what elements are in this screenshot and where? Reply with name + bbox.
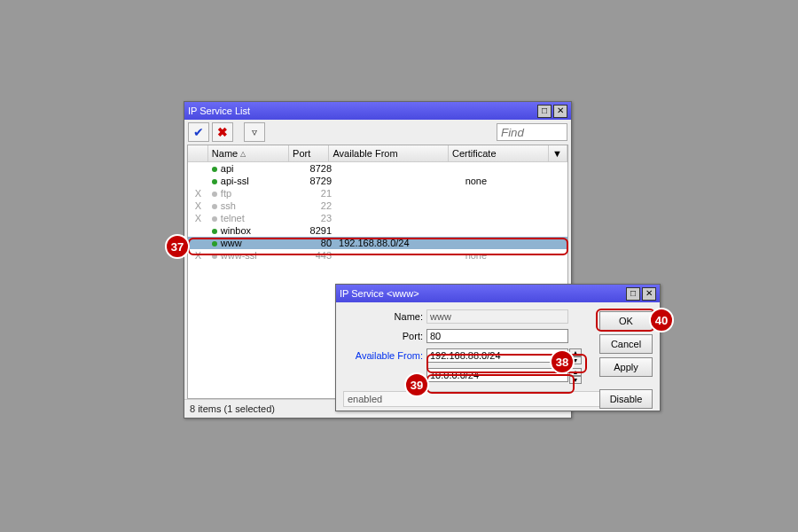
check-icon: ✔ bbox=[193, 125, 204, 139]
status-dot-icon bbox=[212, 241, 217, 246]
find-input[interactable] bbox=[497, 123, 567, 141]
row-flag: X bbox=[188, 213, 208, 223]
funnel-icon: ▿ bbox=[252, 126, 257, 138]
table-row[interactable]: Xftp21 bbox=[188, 187, 567, 200]
available-from-field-1[interactable]: 192.168.88.0/24 bbox=[426, 348, 568, 363]
callout-37: 37 bbox=[165, 234, 190, 259]
col-name[interactable]: Name△ bbox=[208, 145, 289, 161]
row-flag: X bbox=[188, 188, 208, 199]
available-from-field-2[interactable]: 10.0.0.0/24 bbox=[426, 368, 568, 382]
row-name: ftp bbox=[208, 188, 293, 199]
table-row[interactable]: api-ssl8729none bbox=[188, 175, 567, 187]
detail-title: IP Service <www> bbox=[340, 288, 419, 299]
row-name: telnet bbox=[208, 213, 293, 223]
port-field[interactable]: 80 bbox=[426, 329, 568, 343]
table-row[interactable]: Xtelnet23 bbox=[188, 212, 567, 224]
row-port: 8728 bbox=[293, 163, 335, 174]
callout-38: 38 bbox=[550, 349, 575, 374]
row-name: api bbox=[208, 163, 293, 174]
status-dot-icon bbox=[212, 254, 217, 259]
port-label: Port: bbox=[343, 331, 426, 341]
row-port: 8729 bbox=[293, 176, 335, 186]
detail-close-button[interactable]: ✕ bbox=[642, 287, 656, 301]
status-dot-icon bbox=[212, 167, 217, 172]
table-row[interactable]: api8728 bbox=[188, 162, 567, 175]
col-cert[interactable]: Certificate bbox=[449, 145, 549, 161]
status-dot-icon bbox=[212, 204, 217, 209]
detail-maximize-button[interactable]: □ bbox=[626, 287, 640, 301]
row-flag: X bbox=[188, 200, 208, 211]
callout-39: 39 bbox=[404, 372, 429, 397]
col-dropdown[interactable]: ▼ bbox=[549, 145, 567, 161]
row-flag: X bbox=[188, 250, 208, 261]
x-icon: ✖ bbox=[217, 125, 228, 139]
list-title: IP Service List bbox=[188, 106, 250, 116]
table-row[interactable]: Xwww-ssl443none bbox=[188, 249, 567, 262]
table-row[interactable]: winbox8291 bbox=[188, 224, 567, 237]
apply-button[interactable]: Apply bbox=[599, 357, 653, 377]
ok-button[interactable]: OK bbox=[599, 311, 653, 331]
row-name: api-ssl bbox=[208, 176, 293, 186]
detail-titlebar[interactable]: IP Service <www> □ ✕ bbox=[336, 285, 660, 302]
enable-button[interactable]: ✔ bbox=[188, 122, 209, 142]
list-titlebar[interactable]: IP Service List □ ✕ bbox=[184, 102, 571, 120]
list-maximize-button[interactable]: □ bbox=[537, 105, 552, 118]
available-from-label: Available From: bbox=[343, 350, 426, 361]
status-dot-icon bbox=[212, 192, 217, 197]
row-name: winbox bbox=[208, 225, 293, 236]
row-cert: none bbox=[462, 176, 567, 186]
row-port: 443 bbox=[293, 250, 335, 261]
status-dot-icon bbox=[212, 179, 217, 184]
row-name: www-ssl bbox=[208, 250, 293, 261]
name-label: Name: bbox=[343, 311, 426, 322]
ip-service-detail-window: IP Service <www> □ ✕ Name: www Port: 80 … bbox=[335, 284, 661, 411]
sort-icon: △ bbox=[240, 150, 246, 158]
status-dot-icon bbox=[212, 229, 217, 234]
row-name: ssh bbox=[208, 200, 293, 211]
col-port[interactable]: Port bbox=[289, 145, 329, 161]
row-port: 23 bbox=[293, 213, 335, 223]
table-row[interactable]: www80192.168.88.0/24 bbox=[188, 237, 567, 249]
row-port: 21 bbox=[293, 188, 335, 199]
row-port: 8291 bbox=[293, 225, 335, 236]
status-dot-icon bbox=[212, 216, 217, 222]
callout-40: 40 bbox=[649, 308, 674, 332]
table-row[interactable]: Xssh22 bbox=[188, 200, 567, 212]
cancel-button[interactable]: Cancel bbox=[599, 334, 653, 354]
disable-button[interactable]: ✖ bbox=[212, 122, 233, 142]
filter-button[interactable]: ▿ bbox=[244, 122, 265, 142]
row-port: 22 bbox=[293, 200, 335, 211]
row-port: 80 bbox=[293, 238, 335, 248]
col-available[interactable]: Available From bbox=[329, 145, 449, 161]
col-status[interactable] bbox=[188, 145, 208, 161]
name-field: www bbox=[426, 309, 568, 324]
disable-button[interactable]: Disable bbox=[599, 389, 653, 409]
row-name: www bbox=[208, 238, 293, 248]
list-close-button[interactable]: ✕ bbox=[553, 105, 567, 118]
row-cert: none bbox=[462, 250, 567, 261]
list-toolbar: ✔ ✖ ▿ bbox=[184, 120, 571, 145]
row-avail: 192.168.88.0/24 bbox=[335, 238, 462, 248]
